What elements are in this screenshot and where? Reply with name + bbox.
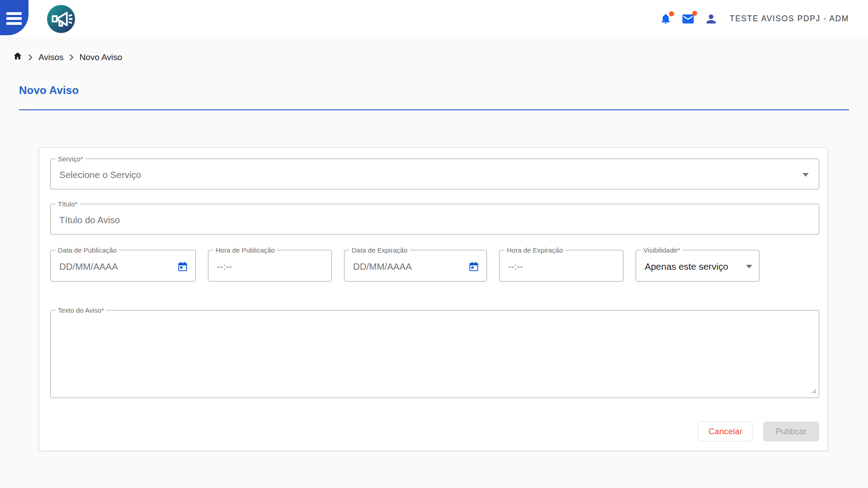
user-menu-button[interactable] [704,12,718,26]
novo-aviso-form-card: Serviço* Selecione o Serviço Título* Tít… [39,147,828,451]
data-publicacao-placeholder: DD/MM/AAAA [59,261,118,272]
servico-label: Serviço* [56,155,85,163]
calendar-icon[interactable] [177,261,189,272]
titulo-placeholder: Título do Aviso [59,215,120,225]
breadcrumb: Avisos Novo Aviso [13,51,868,63]
breadcrumb-home[interactable] [13,51,23,63]
servico-select[interactable]: Serviço* Selecione o Serviço [50,159,819,189]
data-publicacao-input[interactable]: Data de Publicação DD/MM/AAAA [50,250,196,282]
home-icon [13,51,23,61]
megaphone-icon [47,5,75,33]
header-actions: TESTE AVISOS PDPJ - ADM [660,12,868,26]
hora-expiracao-input[interactable]: Hora de Expiração --:-- [499,250,623,282]
hora-expiracao-placeholder: --:-- [508,261,523,272]
user-icon [704,12,718,26]
chevron-down-icon [802,173,809,177]
data-expiracao-input[interactable]: Data de Expiração DD/MM/AAAA [344,250,487,282]
title-divider [19,109,849,110]
visibilidade-value: Apenas este serviço [645,261,728,272]
app-header: TESTE AVISOS PDPJ - ADM [0,0,868,38]
visibilidade-select[interactable]: Visibilidade* Apenas este serviço [636,250,760,282]
notifications-button[interactable] [660,13,672,25]
messages-button[interactable] [681,12,695,26]
form-actions: Cancelar Publicar [50,422,819,441]
data-expiracao-placeholder: DD/MM/AAAA [353,261,412,272]
data-expiracao-label: Data de Expiração [349,246,410,254]
visibilidade-label: Visibilidade* [641,246,682,254]
hora-publicacao-placeholder: --:-- [217,261,232,272]
hamburger-icon [6,12,22,27]
servico-placeholder: Selecione o Serviço [59,169,141,180]
account-name: TESTE AVISOS PDPJ - ADM [730,14,849,23]
publish-button[interactable]: Publicar [763,422,819,441]
titulo-label: Título* [56,200,80,208]
texto-aviso-label: Texto do Aviso* [56,306,106,314]
hora-publicacao-label: Hora de Publicação [213,246,277,254]
resize-handle[interactable] [810,387,816,395]
dates-row: Data de Publicação DD/MM/AAAA Hora de Pu… [50,250,819,282]
breadcrumb-current: Novo Aviso [80,52,123,62]
notification-badge [669,11,674,16]
message-badge [692,11,697,16]
chevron-right-icon [70,54,74,61]
hora-expiracao-label: Hora de Expiração [505,246,565,254]
breadcrumb-avisos[interactable]: Avisos [38,52,64,62]
app-logo [47,5,75,33]
texto-aviso-textarea[interactable]: Texto do Aviso* [50,310,819,398]
chevron-right-icon [28,54,33,61]
hora-publicacao-input[interactable]: Hora de Publicação --:-- [208,250,332,282]
menu-button[interactable] [0,0,28,35]
page-title: Novo Aviso [19,84,868,97]
chevron-down-icon [746,265,752,268]
titulo-input[interactable]: Título* Título do Aviso [50,204,819,235]
data-publicacao-label: Data de Publicação [56,246,119,254]
calendar-icon[interactable] [468,261,480,272]
cancel-button[interactable]: Cancelar [698,422,753,441]
